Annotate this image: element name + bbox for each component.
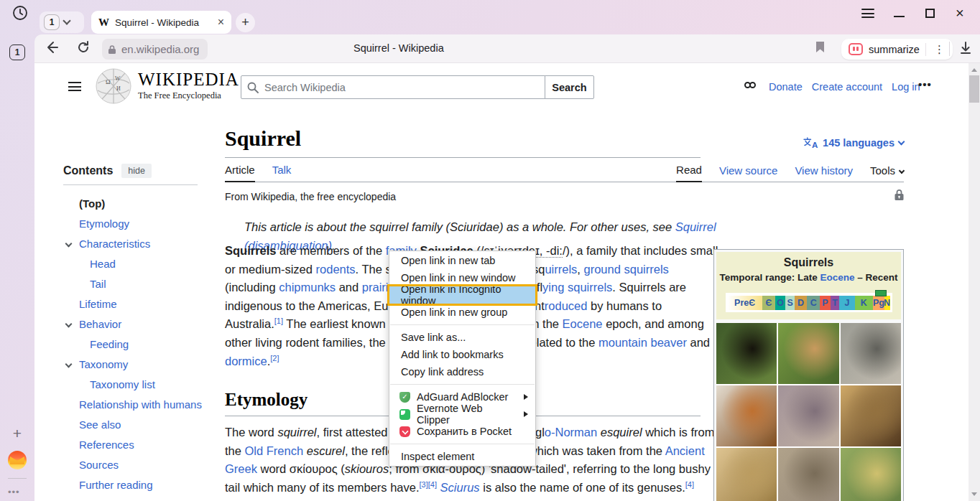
sidebar-tab-counter[interactable]: 1 [9, 45, 25, 60]
wiki-header-link[interactable]: Create account [812, 81, 882, 93]
wiki-link[interactable]: dormice [225, 355, 267, 367]
sidebar-more-icon[interactable]: ••• [8, 487, 20, 497]
back-button[interactable] [45, 40, 59, 55]
toc-item[interactable]: Taxonomy list [63, 374, 218, 394]
yandex-mail-icon[interactable] [8, 451, 27, 469]
bookmark-icon[interactable] [815, 41, 826, 53]
wiki-link[interactable]: uirrels [545, 263, 577, 276]
downloads-button[interactable] [958, 41, 973, 55]
page-scrollbar[interactable] [969, 63, 980, 501]
wiki-search-button[interactable]: Search [545, 75, 594, 99]
tab-close-icon[interactable]: × [218, 17, 224, 28]
page-tab-read[interactable]: Read [676, 164, 702, 182]
window-maximize-button[interactable] [925, 9, 935, 18]
wiki-link[interactable]: Ancient [665, 444, 705, 457]
context-menu-item[interactable]: Save link as... [389, 329, 535, 346]
timeline-period-P[interactable]: P [820, 296, 830, 310]
toc-item[interactable]: Feeding [63, 334, 218, 354]
page-tab-article[interactable]: Article [225, 164, 255, 182]
browser-tab[interactable]: W Squirrel - Wikipedia × [91, 11, 231, 34]
timeline-period-D[interactable]: D [795, 296, 807, 310]
toc-item[interactable]: Behavior [63, 314, 218, 334]
wikimedia-oo-icon[interactable] [744, 82, 756, 88]
sidebar-add-icon[interactable]: + [9, 426, 25, 441]
wiki-link[interactable]: chipmunks [279, 281, 336, 294]
wiki-link[interactable]: ground squirrels [584, 263, 669, 276]
page-protected-lock-icon[interactable] [894, 189, 905, 201]
new-tab-button[interactable]: + [236, 13, 255, 32]
toc-item[interactable]: Characteristics [63, 233, 218, 253]
wiki-header-link[interactable]: Log in [892, 81, 920, 93]
context-menu-item[interactable]: Inspect element [389, 448, 535, 465]
squirrel-photo[interactable] [841, 323, 901, 384]
summarize-more-icon[interactable]: ⋮ [932, 43, 947, 56]
toc-hide-button[interactable]: hide [121, 164, 152, 178]
timeline-period-T[interactable]: T [831, 296, 840, 310]
browser-menu-icon[interactable] [861, 9, 874, 18]
reference-link[interactable]: [1] [274, 317, 283, 325]
toc-item[interactable]: See also [63, 414, 218, 434]
reload-button[interactable] [76, 40, 91, 55]
timeline-period-S[interactable]: S [785, 296, 795, 310]
timeline-period-PreЄ[interactable]: PreЄ [728, 296, 762, 310]
toc-item[interactable]: Further reading [63, 474, 218, 495]
tab-group-pill[interactable]: 1 [40, 11, 84, 33]
wiki-link[interactable]: roduced [545, 299, 588, 312]
page-tab-view-source[interactable]: View source [719, 164, 777, 182]
toc-item[interactable]: Tail [63, 273, 218, 294]
reference-link[interactable]: [4] [685, 479, 694, 488]
toc-item[interactable]: Relationship with humans [63, 394, 218, 414]
scroll-up-arrow[interactable] [971, 68, 977, 72]
wiki-link[interactable]: Greek [225, 462, 257, 475]
timeline-period-K[interactable]: K [855, 296, 874, 310]
squirrel-photo[interactable] [716, 323, 777, 384]
wiki-search-input[interactable]: Search Wikipedia [241, 75, 545, 99]
timeline-period-C[interactable]: C [807, 296, 820, 310]
toc-item[interactable]: (Top) [63, 193, 218, 213]
reference-link[interactable]: [2] [270, 353, 279, 362]
wiki-link[interactable]: ying squirrels [542, 281, 612, 294]
wiki-link[interactable]: Old French [245, 444, 304, 457]
toc-item[interactable]: References [63, 434, 218, 454]
timeline-period-O[interactable]: O [775, 296, 785, 310]
window-close-button[interactable]: × [956, 5, 964, 22]
scroll-down-arrow[interactable] [971, 492, 977, 496]
wiki-link[interactable]: o-Norman [545, 426, 597, 439]
toc-item[interactable]: Lifetime [63, 294, 218, 314]
languages-button[interactable]: A 145 languages [803, 137, 904, 149]
scrollbar-thumb[interactable] [969, 75, 979, 103]
toc-item[interactable]: Taxonomy [63, 354, 218, 374]
wiki-link[interactable]: rodents [316, 263, 356, 276]
page-tab-tools[interactable]: Tools [870, 164, 904, 182]
wikipedia-logo[interactable]: Ω W И [95, 67, 132, 105]
geologic-timeline[interactable]: PreЄЄOSDCPTJKPgN [726, 293, 892, 312]
context-menu-item[interactable]: Open link in new tab [389, 252, 535, 269]
wikipedia-wordmark[interactable]: WIKIPEDIA The Free Encyclopedia [138, 70, 239, 101]
history-clock-icon[interactable] [12, 5, 28, 21]
wiki-header-more-icon[interactable]: ••• [918, 78, 932, 90]
wiki-link[interactable]: mountain beaver [598, 336, 687, 349]
toc-item[interactable]: Sources [63, 454, 218, 474]
wiki-main-menu-icon[interactable] [68, 82, 81, 91]
context-menu-item[interactable]: Сохранить в Pocket [389, 423, 535, 440]
wiki-link[interactable]: Eocene [820, 272, 854, 283]
squirrel-photo[interactable] [778, 323, 838, 384]
address-bar[interactable]: en.wikipedia.org [102, 39, 208, 60]
wiki-link[interactable]: Eocene [563, 317, 603, 330]
context-menu-item[interactable]: Evernote Web Clipper [389, 406, 535, 423]
timeline-period-J[interactable]: J [839, 296, 854, 310]
window-minimize-button[interactable] [894, 16, 905, 17]
squirrel-photo[interactable] [716, 385, 777, 446]
timeline-period-Pg[interactable]: Pg [873, 296, 884, 310]
summarize-button[interactable]: summarize ⋮ [841, 39, 953, 60]
toc-item[interactable]: Head [63, 253, 218, 273]
timeline-period-N[interactable]: N [884, 296, 890, 310]
context-menu-item[interactable]: Add link to bookmarks [389, 346, 535, 363]
wiki-link[interactable]: Sciurus [440, 481, 480, 494]
timeline-period-Є[interactable]: Є [762, 296, 775, 310]
wiki-header-link[interactable]: Donate [769, 81, 803, 93]
page-tab-view-history[interactable]: View history [795, 164, 853, 182]
squirrel-photo[interactable] [778, 448, 838, 501]
toc-item[interactable]: External links [63, 495, 218, 501]
squirrel-photo[interactable] [716, 448, 777, 501]
